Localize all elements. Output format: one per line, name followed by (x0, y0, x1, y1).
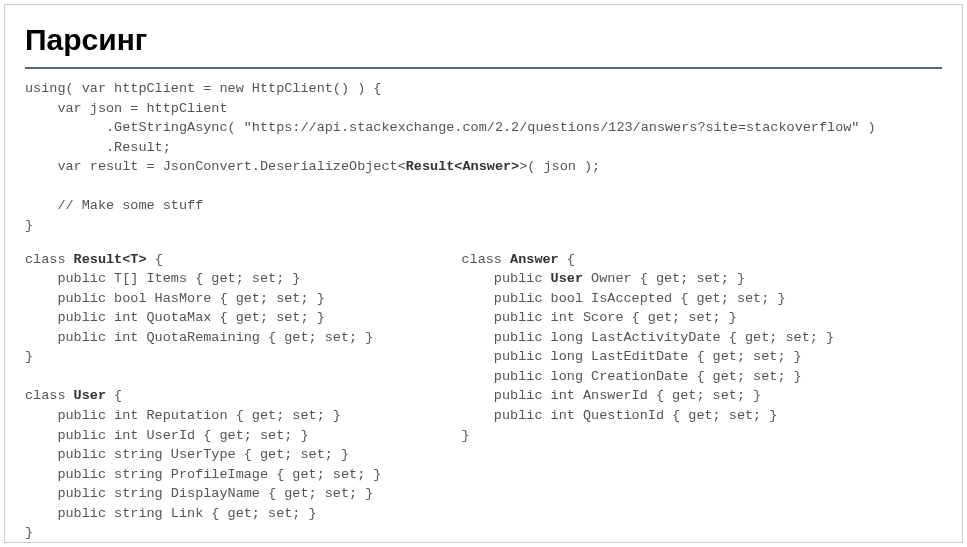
code-line: using( var httpClient = new HttpClient()… (25, 81, 381, 96)
code-line: public int UserId { get; set; } (25, 428, 309, 443)
code-line: { (559, 252, 575, 267)
code-type-bold: User (74, 388, 106, 403)
code-line: class (25, 388, 74, 403)
code-line: >( json ); (519, 159, 600, 174)
code-line: public int QuotaRemaining { get; set; } (25, 330, 373, 345)
code-line: public int Reputation { get; set; } (25, 408, 341, 423)
slide-container: Парсинг using( var httpClient = new Http… (4, 4, 963, 543)
code-block-top: using( var httpClient = new HttpClient()… (25, 79, 942, 236)
code-line: { (106, 388, 122, 403)
code-line: public int AnswerId { get; set; } (461, 388, 761, 403)
slide-title: Парсинг (25, 23, 942, 69)
code-line: // Make some stuff (25, 198, 203, 213)
code-line: Owner { get; set; } (583, 271, 745, 286)
code-line: public string UserType { get; set; } (25, 447, 349, 462)
code-block-left: class Result<T> { public T[] Items { get… (25, 250, 381, 543)
code-columns: class Result<T> { public T[] Items { get… (25, 250, 942, 543)
code-line: } (461, 428, 469, 443)
code-line: public string ProfileImage { get; set; } (25, 467, 381, 482)
code-line: public long CreationDate { get; set; } (461, 369, 801, 384)
code-type-bold: Answer (510, 252, 559, 267)
code-line: } (25, 525, 33, 540)
code-line: public (461, 271, 550, 286)
code-line: class (25, 252, 74, 267)
code-line: public bool IsAccepted { get; set; } (461, 291, 785, 306)
code-line: public T[] Items { get; set; } (25, 271, 300, 286)
code-line: public int Score { get; set; } (461, 310, 736, 325)
code-line: } (25, 218, 33, 233)
code-line: var json = httpClient (25, 101, 228, 116)
code-line: public int QuestionId { get; set; } (461, 408, 777, 423)
code-block-right: class Answer { public User Owner { get; … (461, 250, 834, 543)
code-line: public string Link { get; set; } (25, 506, 317, 521)
code-line: public long LastEditDate { get; set; } (461, 349, 801, 364)
code-line: var result = JsonConvert.DeserializeObje… (25, 159, 406, 174)
code-line: public bool HasMore { get; set; } (25, 291, 325, 306)
code-line: } (25, 349, 33, 364)
code-type-bold: Result<Answer> (406, 159, 519, 174)
code-line: .Result; (25, 140, 171, 155)
code-line: public int QuotaMax { get; set; } (25, 310, 325, 325)
code-line: public string DisplayName { get; set; } (25, 486, 373, 501)
code-type-bold: Result<T> (74, 252, 147, 267)
code-line: public long LastActivityDate { get; set;… (461, 330, 834, 345)
code-line: class (461, 252, 510, 267)
code-line: { (147, 252, 163, 267)
code-line: .GetStringAsync( "https://api.stackexcha… (25, 120, 876, 135)
code-type-bold: User (551, 271, 583, 286)
